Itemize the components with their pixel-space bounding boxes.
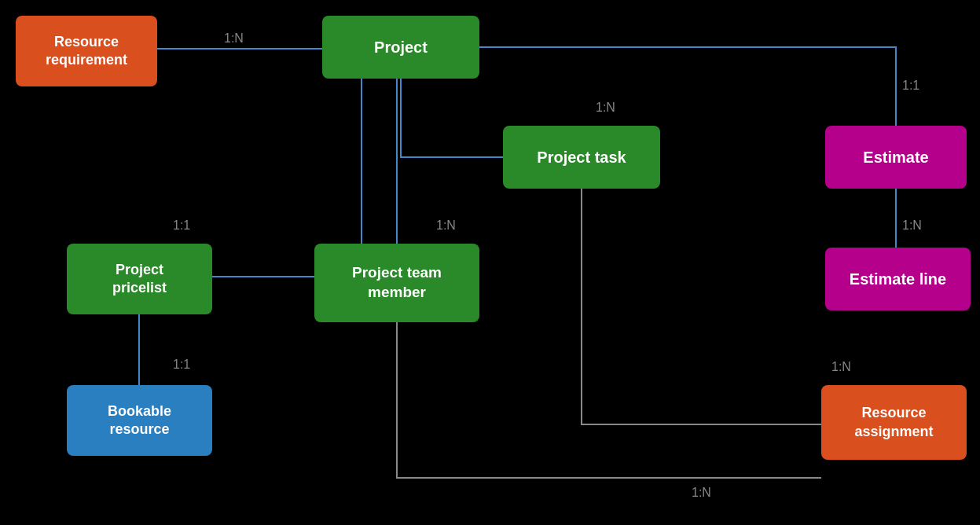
- project-team-member-node: Project teammember: [314, 244, 479, 322]
- label-estimate-line: 1:N: [902, 218, 922, 233]
- resource-assignment-node: Resourceassignment: [821, 385, 967, 460]
- label-rr-project: 1:N: [224, 31, 244, 46]
- project-pricelist-node: Projectpricelist: [67, 244, 212, 314]
- estimate-line-node: Estimate line: [825, 248, 971, 310]
- bookable-resource-node: Bookableresource: [67, 385, 212, 456]
- label-team-assignment: 1:N: [692, 486, 711, 500]
- project-node: Project: [322, 16, 479, 79]
- estimate-node: Estimate: [825, 126, 967, 189]
- label-project-pricelist: 1:1: [173, 218, 190, 233]
- label-project-team: 1:N: [436, 218, 456, 233]
- label-project-task: 1:N: [596, 101, 615, 115]
- label-team-bookable: 1:1: [173, 358, 190, 372]
- resource-requirement-node: Resource requirement: [16, 16, 157, 86]
- label-task-assignment: 1:N: [831, 360, 851, 374]
- project-task-node: Project task: [503, 126, 660, 189]
- label-project-estimate: 1:1: [902, 79, 919, 93]
